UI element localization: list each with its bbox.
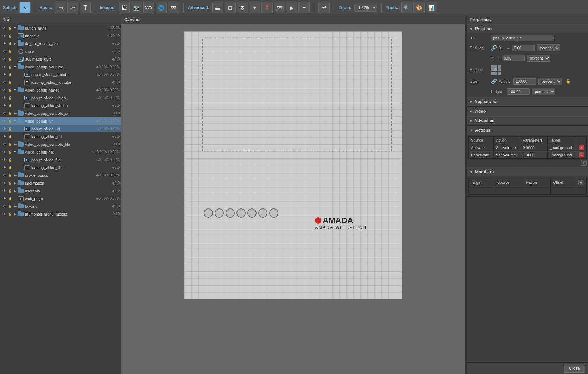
lock-icon[interactable]: 🔒 xyxy=(7,165,13,170)
width-input[interactable] xyxy=(513,78,536,85)
lock-icon[interactable]: 🔒 xyxy=(7,142,13,147)
tree-arrow[interactable]: ▶ xyxy=(13,181,18,186)
lock-icon[interactable]: 🔒 xyxy=(7,196,13,201)
tree-arrow[interactable] xyxy=(19,126,24,131)
adv-video-btn[interactable]: ▶ xyxy=(286,2,297,13)
lock-icon[interactable]: 🔒 xyxy=(7,134,13,139)
tree-item[interactable]: 👁🔒▶video_popup_controls_file↑0,10 xyxy=(0,141,121,148)
action-row[interactable]: ActivateSet Volume0.0000_background× xyxy=(469,144,587,151)
actions-section-header[interactable]: ▼ Actions xyxy=(467,126,588,135)
tree-arrow[interactable]: ▶ xyxy=(13,142,18,147)
eye-icon[interactable]: 👁 xyxy=(1,126,7,132)
tree-arrow[interactable] xyxy=(13,33,18,38)
lock-icon[interactable]: 🔒 xyxy=(7,204,13,209)
tree-item[interactable]: 👁🔒close↙5,5 xyxy=(0,48,121,55)
tree-item[interactable]: 👁🔒Tloading_video_file◆0,0 xyxy=(0,164,121,172)
tree-arrow[interactable]: ▼ xyxy=(13,64,18,69)
eye-icon[interactable]: 👁 xyxy=(1,56,7,62)
globe-btn[interactable]: 🌐 xyxy=(156,2,167,13)
eye-icon[interactable]: 👁 xyxy=(1,173,7,178)
action-delete-btn[interactable]: × xyxy=(579,152,584,157)
tree-arrow[interactable] xyxy=(19,80,24,85)
tree-item[interactable]: 👁🔒Tweb_page◆0.00%,0.00% xyxy=(0,195,121,202)
tree-item[interactable]: 👁🔒▶video_popup_controls_url↑0,10 xyxy=(0,110,121,117)
lock-icon[interactable]: 🔒 xyxy=(7,87,13,93)
video-section-header[interactable]: ▶ Video xyxy=(467,107,588,116)
lock-icon[interactable]: 🔒 xyxy=(7,173,13,178)
select-tool-btn[interactable]: ↖ xyxy=(19,2,31,13)
adv-screen-btn[interactable]: ▬ xyxy=(212,2,223,13)
stats-tool-btn[interactable]: 📊 xyxy=(426,2,437,13)
tree-item[interactable]: 👁🔒▶thumbnail_menu_mobile↓0,10 xyxy=(0,210,121,218)
tree-item[interactable]: 👁🔒▶popup_video_url↘0.00%,0.00% xyxy=(0,125,121,133)
tree-arrow[interactable] xyxy=(19,157,24,162)
tree-item[interactable]: 👁🔒Tloading_video_youtube◆0,0 xyxy=(0,79,121,86)
height-unit-select[interactable]: percent px xyxy=(532,88,555,95)
anchor-bc[interactable] xyxy=(494,72,497,75)
lock-icon[interactable]: 🔒 xyxy=(7,211,13,217)
map-btn[interactable]: 🗺 xyxy=(168,2,179,13)
basic-text-btn[interactable]: T xyxy=(80,2,91,13)
lock-icon[interactable]: 🔒 xyxy=(7,149,13,155)
anchor-tc[interactable] xyxy=(494,65,497,68)
tree-item[interactable]: 👁🔒🖼360image_gyro◆0,0 xyxy=(0,55,121,63)
tree-arrow[interactable]: ▶ xyxy=(13,212,18,217)
tree-arrow[interactable] xyxy=(19,95,24,100)
eye-icon[interactable]: 👁 xyxy=(1,41,7,46)
eye-icon[interactable]: 👁 xyxy=(1,204,7,209)
tree-arrow[interactable]: ▶ xyxy=(13,41,18,46)
svg-btn[interactable]: SVG xyxy=(143,2,154,13)
basic-shape-btn[interactable]: ▱ xyxy=(67,2,78,13)
eye-icon[interactable]: 👁 xyxy=(1,118,7,124)
basic-rect-btn[interactable]: ▭ xyxy=(55,2,66,13)
tree-item[interactable]: 👁🔒▶popup_video_vimeo↘0.00%,0.00% xyxy=(0,94,121,102)
tree-item[interactable]: 👁🔒▶loading◆0,0 xyxy=(0,202,121,210)
tree-arrow[interactable] xyxy=(13,196,18,201)
anchor-grid[interactable] xyxy=(491,65,501,75)
anchor-ml[interactable] xyxy=(491,68,494,71)
tree-arrow[interactable]: ▼ xyxy=(13,88,18,93)
tree-arrow[interactable] xyxy=(19,165,24,170)
lock-icon[interactable]: 🔒 xyxy=(7,56,13,62)
tree-item[interactable]: 👁🔒▼button_mute↑185,23 xyxy=(0,24,121,32)
eye-icon[interactable]: 👁 xyxy=(1,142,7,147)
id-input[interactable] xyxy=(491,35,554,41)
anchor-tr[interactable] xyxy=(498,65,501,68)
anchor-br[interactable] xyxy=(498,72,501,75)
tree-arrow[interactable] xyxy=(19,72,24,77)
eye-icon[interactable]: 👁 xyxy=(1,165,7,170)
adv-compass-btn[interactable]: ✦ xyxy=(249,2,260,13)
tree-item[interactable]: 👁🔒Tloading_video_url◆0,0 xyxy=(0,133,121,141)
lock-icon[interactable]: 🔒 xyxy=(7,64,13,70)
eye-icon[interactable]: 👁 xyxy=(1,49,7,54)
lock-icon[interactable]: 🔒 xyxy=(7,126,13,132)
tree-item[interactable]: 👁🔒Tloading_video_vimeo◆0,0 xyxy=(0,102,121,110)
action-delete-btn[interactable]: × xyxy=(579,145,584,150)
tree-arrow[interactable]: ▶ xyxy=(13,188,18,193)
position-section-header[interactable]: ▼ Position xyxy=(467,24,588,33)
eye-icon[interactable]: 👁 xyxy=(1,111,7,116)
tree-arrow[interactable] xyxy=(19,103,24,108)
tree-arrow[interactable] xyxy=(19,134,24,139)
tree-arrow[interactable] xyxy=(13,49,18,54)
eye-icon[interactable]: 👁 xyxy=(1,72,7,77)
adv-grid-btn[interactable]: ⊞ xyxy=(225,2,236,13)
eye-icon[interactable]: 👁 xyxy=(1,157,7,163)
undo-btn[interactable]: ↩ xyxy=(318,2,330,13)
eye-icon[interactable]: 👁 xyxy=(1,196,7,201)
canvas-content[interactable]: AMADA AMADA WELD-TECH xyxy=(121,24,465,374)
y-input[interactable] xyxy=(502,55,525,61)
search-tool-btn[interactable]: 🔍 xyxy=(401,2,412,13)
eye-icon[interactable]: 👁 xyxy=(1,103,7,108)
eye-icon[interactable]: 👁 xyxy=(1,188,7,194)
lock-icon[interactable]: 🔒 xyxy=(7,41,13,46)
lock-icon[interactable]: 🔒 xyxy=(7,118,13,124)
x-input[interactable] xyxy=(512,45,535,51)
tree-arrow[interactable]: ▶ xyxy=(13,111,18,116)
eye-icon[interactable]: 👁 xyxy=(1,64,7,70)
color-tool-btn[interactable]: 🎨 xyxy=(413,2,425,13)
tree-item[interactable]: 👁🔒▼video_popup_url◆0.00%,0.00% xyxy=(0,117,121,125)
tree-item[interactable]: 👁🔒▼video_popup_file↘10.00%,10.00% xyxy=(0,148,121,156)
lock-icon[interactable]: 🔒 xyxy=(7,80,13,85)
actions-add-btn[interactable]: + xyxy=(581,160,587,166)
